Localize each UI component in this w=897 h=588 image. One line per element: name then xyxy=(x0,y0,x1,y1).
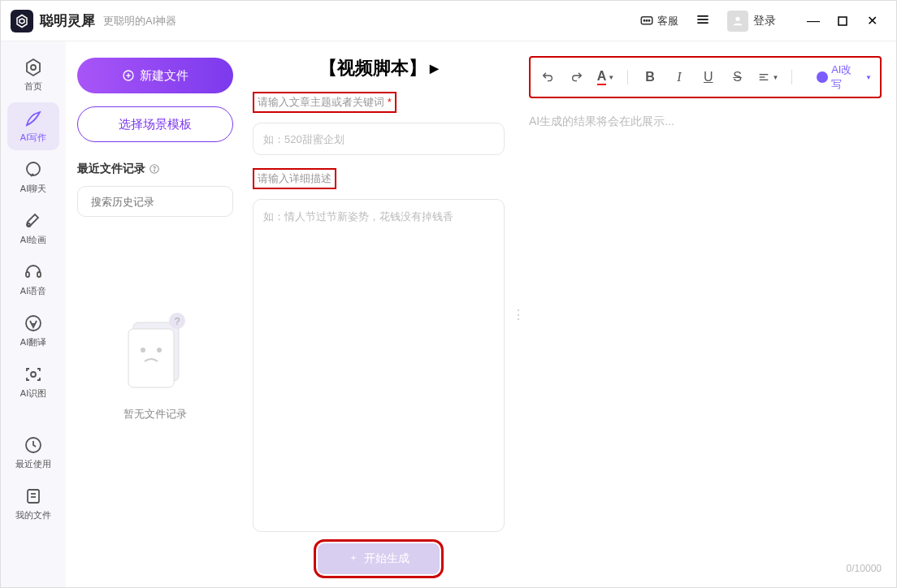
sidebar-item-ai-paint[interactable]: AI绘画 xyxy=(7,205,59,253)
svg-rect-14 xyxy=(37,272,41,277)
minimize-button[interactable]: — xyxy=(799,9,828,33)
menu-button[interactable] xyxy=(690,6,716,36)
redo-button[interactable] xyxy=(568,68,586,86)
empty-state-icon: ? xyxy=(119,306,192,396)
svg-rect-18 xyxy=(28,490,39,503)
svg-point-2 xyxy=(646,19,648,21)
align-button[interactable]: ▼ xyxy=(757,68,778,86)
customer-service-button[interactable]: 客服 xyxy=(633,11,685,32)
undo-button[interactable] xyxy=(539,68,557,86)
text-color-button[interactable]: A▼ xyxy=(597,68,614,86)
svg-point-30 xyxy=(141,348,145,352)
svg-text:?: ? xyxy=(175,316,180,327)
svg-point-3 xyxy=(648,19,650,21)
app-subtitle: 更聪明的AI神器 xyxy=(103,14,176,28)
sidebar-item-home[interactable]: 首页 xyxy=(7,51,59,99)
editor-toolbar: A▼ B I U S ▼ AI改写 ▼ xyxy=(529,56,882,98)
sidebar: 首页 AI写作 AI聊天 AI绘画 AI语音 AI翻译 AI识图 最 xyxy=(1,41,66,587)
right-panel: A▼ B I U S ▼ AI改写 ▼ 0/10000 xyxy=(524,41,896,587)
titlebar: 聪明灵犀 更聪明的AI神器 客服 登录 — ✕ xyxy=(1,1,896,41)
page-title: 【视频脚本】 ▶ xyxy=(253,56,505,80)
topic-input[interactable] xyxy=(253,123,505,155)
svg-rect-13 xyxy=(26,272,29,277)
sidebar-item-ai-writing[interactable]: AI写作 xyxy=(7,102,59,150)
result-textarea[interactable] xyxy=(529,115,882,558)
left-panel: 新建文件 选择场景模板 最近文件记录 ? 暂无文件记录 xyxy=(66,41,245,587)
title-dropdown-icon[interactable]: ▶ xyxy=(430,62,439,75)
sidebar-item-ai-voice[interactable]: AI语音 xyxy=(7,256,59,304)
ai-rewrite-button[interactable]: AI改写 ▼ xyxy=(817,63,872,92)
svg-point-1 xyxy=(644,19,645,21)
svg-point-9 xyxy=(31,65,36,70)
maximize-button[interactable] xyxy=(828,9,857,33)
close-button[interactable]: ✕ xyxy=(857,9,886,33)
app-logo-icon xyxy=(11,10,33,32)
panel-drag-handle[interactable]: ⋮ xyxy=(513,41,524,587)
recent-files-heading: 最近文件记录 xyxy=(77,162,233,176)
choose-template-button[interactable]: 选择场景模板 xyxy=(77,106,233,142)
sidebar-item-ai-translate[interactable]: AI翻译 xyxy=(7,307,59,355)
ai-rewrite-icon xyxy=(817,71,828,83)
search-history-input-wrap[interactable] xyxy=(77,186,233,217)
sidebar-item-ai-chat[interactable]: AI聊天 xyxy=(7,153,59,201)
underline-button[interactable]: U xyxy=(700,68,717,86)
char-counter: 0/10000 xyxy=(529,563,882,574)
new-file-button[interactable]: 新建文件 xyxy=(77,58,233,93)
svg-point-25 xyxy=(154,171,155,171)
sidebar-item-my-files[interactable]: 我的文件 xyxy=(7,480,59,528)
topic-label: 请输入文章主题或者关键词 * xyxy=(253,92,396,113)
avatar-placeholder-icon xyxy=(727,11,748,32)
svg-point-16 xyxy=(31,372,36,377)
svg-rect-8 xyxy=(838,17,847,25)
sidebar-item-ai-image-recognition[interactable]: AI识图 xyxy=(7,358,59,406)
svg-point-7 xyxy=(735,16,739,20)
empty-state: ? 暂无文件记录 xyxy=(77,306,233,422)
sparkle-icon xyxy=(348,553,359,564)
app-title: 聪明灵犀 xyxy=(40,11,95,30)
generate-button[interactable]: 开始生成 xyxy=(318,543,440,574)
description-label: 请输入详细描述 xyxy=(253,168,336,189)
search-history-input[interactable] xyxy=(91,196,228,208)
svg-point-11 xyxy=(27,162,40,175)
empty-state-label: 暂无文件记录 xyxy=(124,407,187,422)
help-icon[interactable] xyxy=(149,163,160,175)
login-button[interactable]: 登录 xyxy=(721,7,782,35)
sidebar-item-recent[interactable]: 最近使用 xyxy=(7,429,59,477)
center-panel: 【视频脚本】 ▶ 请输入文章主题或者关键词 * 请输入详细描述 开始生成 xyxy=(245,41,513,587)
italic-button[interactable]: I xyxy=(670,68,688,86)
description-textarea[interactable] xyxy=(253,199,505,532)
bold-button[interactable]: B xyxy=(641,68,659,86)
svg-point-31 xyxy=(157,348,162,352)
strikethrough-button[interactable]: S xyxy=(729,68,747,86)
